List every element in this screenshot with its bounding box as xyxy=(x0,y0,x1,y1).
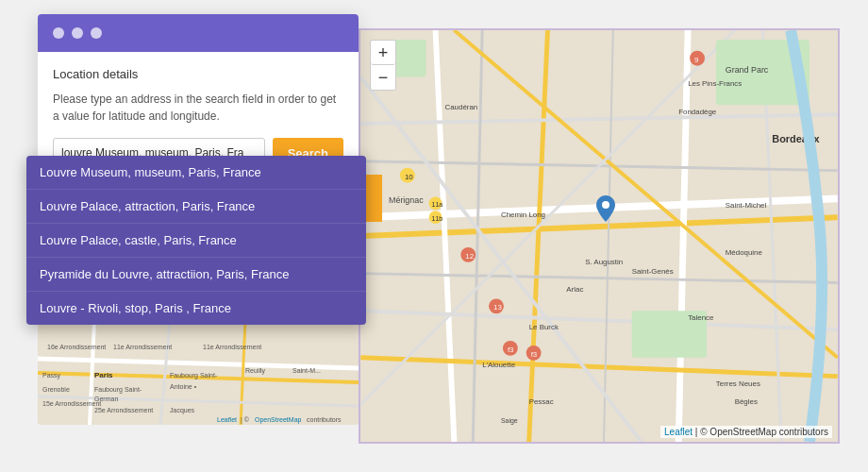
svg-point-55 xyxy=(602,201,609,209)
header-dot-2 xyxy=(72,27,83,39)
card-header xyxy=(38,14,359,52)
svg-text:12: 12 xyxy=(465,252,474,261)
map-attribution: Leaflet | © OpenStreetMap contributors xyxy=(660,426,832,438)
svg-text:OpenStreetMap: OpenStreetMap xyxy=(255,416,302,424)
svg-text:11e Arrondissement: 11e Arrondissement xyxy=(113,344,172,350)
header-dot-3 xyxy=(91,27,102,39)
svg-text:Pessac: Pessac xyxy=(529,397,554,406)
svg-text:S. Augustin: S. Augustin xyxy=(585,258,623,266)
svg-text:Reuilly: Reuilly xyxy=(245,367,266,375)
svg-text:Talence: Talence xyxy=(688,313,714,322)
svg-text:German: German xyxy=(94,396,118,402)
svg-text:11e Arrondissement: 11e Arrondissement xyxy=(203,344,261,350)
svg-text:Leaflet: Leaflet xyxy=(217,416,237,423)
svg-text:Médoquine: Médoquine xyxy=(726,248,763,257)
svg-text:Jacques: Jacques xyxy=(170,407,195,414)
svg-text:Le Burck: Le Burck xyxy=(529,323,559,331)
leaflet-link[interactable]: Leaflet xyxy=(664,427,693,437)
map-container[interactable]: Grand Parc Bordeaux Fondadège Les Pins-F… xyxy=(359,28,840,444)
svg-text:Paris: Paris xyxy=(94,371,113,379)
svg-text:Saint-Genès: Saint-Genès xyxy=(632,267,674,276)
svg-text:| ©: | © xyxy=(241,416,250,424)
card-description: Please type an address in the search fie… xyxy=(53,91,343,125)
dropdown-item-2[interactable]: Louvre Palace, castle, Paris, France xyxy=(26,224,366,258)
svg-text:Saint-Michel: Saint-Michel xyxy=(726,201,767,210)
osm-attribution: | © OpenStreetMap contributors xyxy=(695,427,828,437)
svg-text:Mérignac: Mérignac xyxy=(389,195,424,205)
svg-text:Fondadège: Fondadège xyxy=(678,108,717,116)
svg-text:16e Arrondissement: 16e Arrondissement xyxy=(47,344,106,350)
svg-text:Antoine •: Antoine • xyxy=(170,383,197,390)
svg-text:f3: f3 xyxy=(531,350,538,359)
dropdown-item-3[interactable]: Pyramide du Louvre, attractiion, Paris, … xyxy=(26,258,366,292)
svg-text:Faubourg Saint-: Faubourg Saint- xyxy=(94,386,142,394)
svg-text:Grenoble: Grenoble xyxy=(42,386,70,393)
dropdown-item-4[interactable]: Louvre - Rivoli, stop, Paris , France xyxy=(26,292,366,325)
svg-text:15e Arrondissement: 15e Arrondissement xyxy=(42,400,101,407)
svg-text:Passy: Passy xyxy=(42,372,61,379)
zoom-controls: + − xyxy=(370,40,396,91)
zoom-out-button[interactable]: − xyxy=(371,65,395,90)
card-map-preview: 16e Arrondissement 11e Arrondissement 11… xyxy=(38,321,359,425)
dropdown-item-0[interactable]: Louvre Museum, museum, Paris, France xyxy=(26,156,366,190)
zoom-in-button[interactable]: + xyxy=(371,41,395,65)
card-title: Location details xyxy=(53,67,343,81)
map-marker xyxy=(596,195,615,222)
svg-text:13: 13 xyxy=(493,303,502,312)
svg-text:11a: 11a xyxy=(432,201,443,208)
search-dropdown: Louvre Museum, museum, Paris, France Lou… xyxy=(26,156,366,325)
svg-text:Faubourg Saint-: Faubourg Saint- xyxy=(170,372,218,379)
svg-text:Saige: Saige xyxy=(501,417,518,425)
svg-text:Caudéran: Caudéran xyxy=(445,103,478,111)
svg-text:Chemin Long: Chemin Long xyxy=(501,211,545,219)
svg-text:9: 9 xyxy=(694,56,699,64)
svg-text:contributors: contributors xyxy=(307,416,342,423)
svg-text:Les Pins-Francs: Les Pins-Francs xyxy=(688,79,742,88)
svg-text:11b: 11b xyxy=(432,215,443,222)
svg-text:Arlac: Arlac xyxy=(566,285,583,294)
svg-text:Terres Neues: Terres Neues xyxy=(716,379,760,388)
dropdown-item-1[interactable]: Louvre Palace, attraction, Paris, France xyxy=(26,190,366,224)
svg-text:f3: f3 xyxy=(508,346,514,354)
svg-text:10: 10 xyxy=(405,173,413,181)
svg-text:Bègles: Bègles xyxy=(735,397,758,406)
header-dot-1 xyxy=(53,27,64,39)
svg-text:Saint-M...: Saint-M... xyxy=(292,367,321,374)
svg-text:25e Arrondissement: 25e Arrondissement xyxy=(94,407,153,413)
svg-text:L'Alouette: L'Alouette xyxy=(482,361,516,369)
svg-text:Grand Parc: Grand Parc xyxy=(726,65,769,75)
